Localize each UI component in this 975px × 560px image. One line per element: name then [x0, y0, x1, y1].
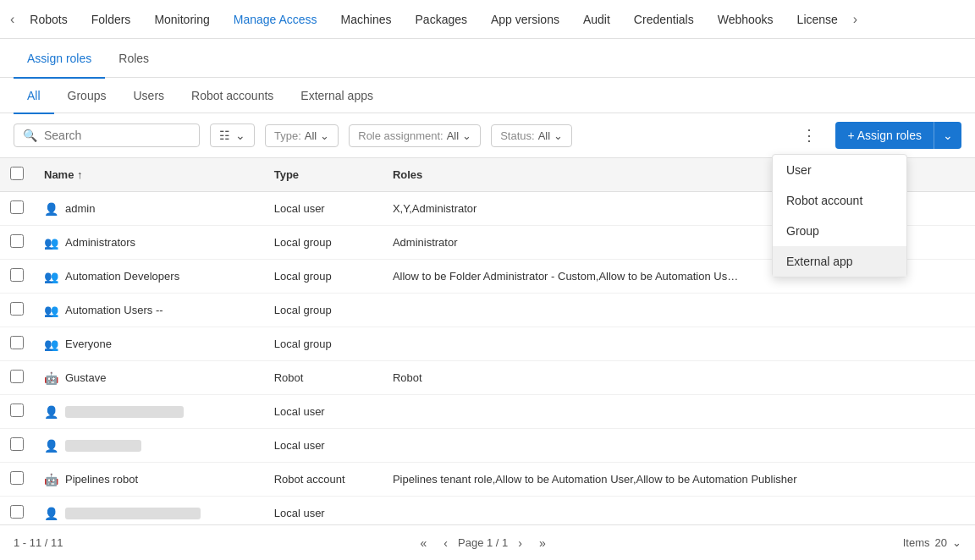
row-checkbox-cell	[0, 395, 34, 429]
row-roles-cell	[383, 327, 933, 361]
status-filter[interactable]: Status: All ⌄	[491, 124, 572, 147]
table-row: 👥Automation Users --Local group	[0, 294, 975, 327]
table-row: 👥EveryoneLocal group	[0, 327, 975, 361]
filter-tab-users[interactable]: Users	[119, 79, 178, 114]
row-checkbox[interactable]	[10, 302, 24, 316]
sub-tab-roles[interactable]: Roles	[105, 40, 162, 79]
role-assignment-value: All	[447, 129, 459, 142]
row-type-cell: Local group	[264, 327, 383, 361]
type-filter[interactable]: Type: All ⌄	[265, 124, 339, 147]
select-all-checkbox[interactable]	[10, 167, 24, 180]
row-actions-cell	[933, 260, 975, 294]
type-chevron: ⌄	[320, 129, 329, 142]
row-checkbox[interactable]	[10, 200, 24, 214]
row-name: Administrators	[65, 236, 135, 249]
row-roles-cell: Pipelines tenant role,Allow to be Automa…	[383, 463, 933, 497]
nav-tab-app-versions[interactable]: App versions	[479, 1, 571, 40]
assign-roles-dropdown-menu: UserRobot accountGroupExternal app	[772, 154, 907, 277]
nav-tab-robots[interactable]: Robots	[18, 1, 79, 40]
row-name: Everyone	[65, 338, 112, 350]
row-checkbox[interactable]	[10, 234, 24, 248]
blurred-name	[65, 508, 201, 519]
row-checkbox[interactable]	[10, 505, 24, 519]
nav-next-arrow[interactable]: ›	[850, 5, 861, 34]
row-checkbox[interactable]	[10, 471, 24, 485]
more-options-button[interactable]: ⋮	[795, 123, 825, 148]
table-row: 👤Local user	[0, 395, 975, 429]
type-column-header[interactable]: Type	[264, 158, 383, 192]
top-navigation: ‹ RobotsFoldersMonitoringManage AccessMa…	[0, 0, 975, 39]
group-icon: 👥	[44, 270, 58, 283]
assign-roles-dropdown-arrow[interactable]: ⌄	[934, 122, 961, 149]
filter-tab-robot-accounts[interactable]: Robot accounts	[178, 79, 287, 114]
row-name: Automation Users --	[65, 304, 163, 316]
type-value: All	[305, 129, 317, 142]
row-checkbox-cell	[0, 192, 34, 226]
group-icon: 👥	[44, 236, 58, 250]
row-roles-cell	[383, 429, 933, 463]
items-value: 20	[935, 536, 947, 539]
filter-tab-all[interactable]: All	[14, 79, 54, 114]
blurred-name	[65, 406, 184, 418]
role-assignment-filter[interactable]: Role assignment: All ⌄	[349, 124, 481, 147]
row-name-cell: 👤admin	[34, 192, 264, 226]
row-roles-cell	[383, 395, 933, 429]
last-page-button[interactable]: »	[532, 533, 553, 540]
row-checkbox-cell	[0, 327, 34, 361]
role-assignment-label: Role assignment:	[358, 129, 443, 142]
row-checkbox-cell	[0, 463, 34, 497]
user-icon: 👤	[44, 405, 58, 419]
row-name-cell: 🤖Gustave	[34, 361, 264, 395]
status-chevron: ⌄	[554, 129, 563, 142]
nav-tab-license[interactable]: License	[785, 1, 850, 40]
row-name-cell: 🤖Pipelines robot	[34, 463, 264, 497]
row-checkbox[interactable]	[10, 268, 24, 282]
row-checkbox[interactable]	[10, 370, 24, 383]
sub-tab-assign-roles[interactable]: Assign roles	[14, 40, 105, 79]
nav-prev-arrow[interactable]: ‹	[7, 5, 18, 34]
name-column-header[interactable]: Name ↑	[34, 158, 264, 192]
nav-tab-webhooks[interactable]: Webhooks	[706, 1, 785, 40]
next-page-button[interactable]: ›	[511, 533, 529, 540]
row-name-cell: 👥Everyone	[34, 327, 264, 361]
status-value: All	[538, 129, 550, 142]
row-type-cell: Local group	[264, 294, 383, 327]
row-name: Pipelines robot	[65, 473, 138, 486]
group-icon: 👥	[44, 304, 58, 317]
sub-tabs-container: Assign rolesRoles	[0, 39, 975, 78]
row-checkbox[interactable]	[10, 404, 24, 417]
nav-tab-packages[interactable]: Packages	[404, 1, 479, 40]
items-per-page-selector[interactable]: Items 20 ⌄	[903, 536, 961, 539]
table-row: 🤖GustaveRobotRobot	[0, 361, 975, 395]
search-box[interactable]: 🔍	[14, 124, 200, 147]
row-checkbox[interactable]	[10, 437, 24, 451]
row-type-cell: Robot account	[264, 463, 383, 497]
row-actions-cell	[933, 463, 975, 497]
columns-button[interactable]: ☷ ⌄	[210, 124, 255, 147]
dropdown-item-robot-account[interactable]: Robot account	[773, 185, 906, 216]
prev-page-button[interactable]: ‹	[437, 533, 454, 540]
nav-tab-manage-access[interactable]: Manage Access	[222, 1, 329, 40]
dropdown-item-group[interactable]: Group	[773, 216, 906, 246]
row-actions-cell	[933, 192, 975, 226]
assign-roles-button[interactable]: + Assign roles ⌄	[835, 122, 961, 149]
dropdown-item-external-app[interactable]: External app	[773, 246, 906, 277]
filter-tab-external-apps[interactable]: External apps	[287, 79, 387, 114]
row-checkbox[interactable]	[10, 336, 24, 349]
nav-tab-credentials[interactable]: Credentials	[622, 1, 706, 40]
filter-tab-groups[interactable]: Groups	[54, 79, 120, 114]
nav-tab-machines[interactable]: Machines	[329, 1, 404, 40]
table-row: 🤖Pipelines robotRobot accountPipelines t…	[0, 463, 975, 497]
dropdown-item-user[interactable]: User	[773, 155, 906, 185]
first-page-button[interactable]: «	[414, 533, 434, 540]
row-actions-cell	[933, 429, 975, 463]
search-input[interactable]	[44, 129, 190, 142]
select-all-header[interactable]	[0, 158, 34, 192]
group-icon: 👥	[44, 338, 58, 351]
row-name: Gustave	[65, 371, 106, 384]
nav-tab-folders[interactable]: Folders	[80, 1, 143, 40]
nav-tab-monitoring[interactable]: Monitoring	[142, 1, 221, 40]
row-checkbox-cell	[0, 260, 34, 294]
search-icon: 🔍	[23, 129, 37, 142]
nav-tab-audit[interactable]: Audit	[571, 1, 622, 40]
